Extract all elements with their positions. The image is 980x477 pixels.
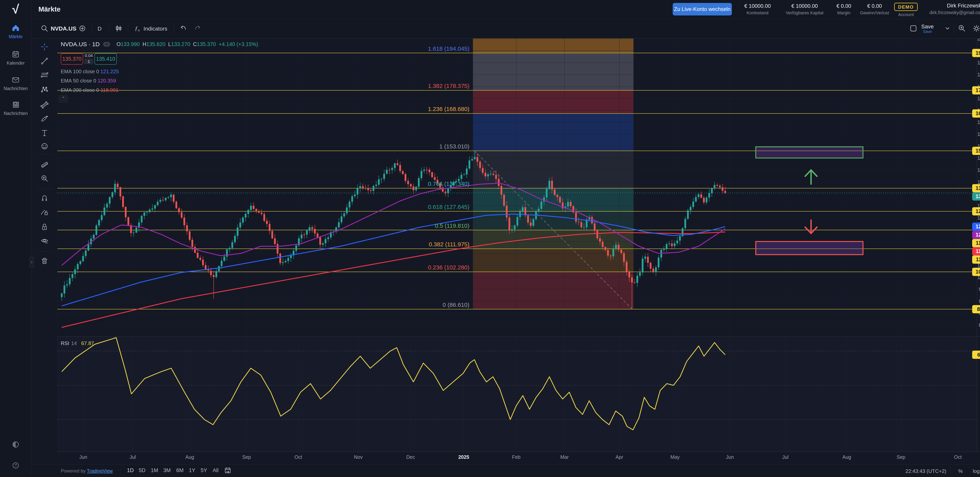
theme-toggle-button[interactable] [0, 440, 31, 450]
multichart-checkbox[interactable] [909, 19, 918, 38]
percent-scale-button[interactable]: % [958, 468, 963, 474]
ema-legend-row[interactable]: EMA 200 close 0 118.991 [61, 87, 118, 94]
tradingview-link[interactable]: TradingView [87, 468, 113, 474]
log-scale-button[interactable]: log [973, 468, 980, 474]
channel-icon[interactable] [40, 100, 49, 109]
svg-text:86.610: 86.610 [977, 306, 980, 312]
switch-to-live-account-button[interactable]: Zu Live-Konto wechseln [673, 3, 732, 16]
svg-text:102.280: 102.280 [975, 269, 980, 275]
redo-button[interactable] [194, 19, 202, 38]
eye-icon[interactable] [40, 237, 49, 246]
price-tick: 95.000 [979, 287, 980, 292]
home-icon [11, 30, 20, 33]
price-chart[interactable]: 1.618 (194.045)1.382 (178.375)1.236 (168… [0, 0, 980, 477]
range-button-all[interactable]: All [210, 467, 221, 474]
quick-search-button[interactable] [958, 19, 966, 38]
account-stat-kontostand: € 10000.00Kontostand [736, 0, 779, 19]
sidebar-item-nachrichten[interactable]: Nachrichten [0, 100, 31, 116]
time-tick: Oct [954, 454, 962, 460]
time-tick: Apr [616, 454, 623, 460]
search-icon [40, 24, 49, 33]
red-target-box[interactable] [756, 241, 863, 255]
goto-date-icon[interactable] [223, 467, 232, 475]
range-button-5y[interactable]: 5Y [198, 467, 210, 474]
top-bar: Märkte Zu Live-Konto wechseln € 10000.00… [31, 0, 980, 19]
contrast-icon [11, 446, 20, 449]
save-autosave-label: Save [921, 29, 934, 34]
price-tick: 165.000 [977, 119, 980, 125]
trash-icon[interactable] [40, 257, 49, 265]
save-menu-chevron[interactable] [943, 19, 952, 38]
chevron-down-icon [943, 24, 952, 33]
zoomin-icon[interactable] [40, 174, 49, 183]
svg-text:153.010: 153.010 [975, 148, 980, 154]
svg-text:?: ? [14, 463, 17, 467]
draw-lock-icon[interactable] [40, 208, 49, 217]
time-axis[interactable]: JunJulAugSepOctNovDec2025FebMarAprMayJun… [80, 454, 962, 460]
svg-text:118.991: 118.991 [976, 248, 980, 254]
ema-legend-row[interactable]: EMA 50 close 0 120.359 [61, 78, 116, 84]
save-button[interactable]: Save Save [921, 19, 934, 38]
interval-button[interactable]: D [98, 19, 102, 38]
time-tick: Aug [842, 454, 851, 460]
sidebar-item-kalender[interactable]: Kalender [0, 50, 31, 66]
lock-icon[interactable] [40, 223, 49, 231]
indicators-button[interactable]: ƒx Indicators [133, 19, 167, 38]
quantity-field[interactable]: 1 [84, 59, 93, 64]
price-tick: 80.000 [979, 322, 980, 328]
range-button-1m[interactable]: 1M [149, 467, 160, 474]
legend-more-icon[interactable] [103, 42, 110, 47]
range-button-6m[interactable]: 6M [174, 467, 186, 474]
crosshair-icon[interactable] [40, 43, 49, 51]
user-name: Dirk Friczewsky [925, 3, 980, 9]
green-target-box[interactable] [756, 147, 863, 158]
help-button[interactable]: ? [0, 461, 31, 471]
panel-expand-handle[interactable]: › [29, 257, 34, 268]
sidebar-item-label: Nachrichten [0, 86, 31, 91]
time-tick: Jul [782, 454, 789, 460]
sell-button[interactable]: 135.370 [61, 53, 83, 65]
svg-text:137.340: 137.340 [975, 185, 980, 191]
hlines-icon[interactable] [40, 71, 49, 80]
sidebar-item-märkte[interactable]: Märkte [0, 24, 31, 40]
smiley-icon[interactable] [40, 142, 49, 151]
spread-value: 0.04 [83, 53, 94, 58]
compare-add-button[interactable] [78, 19, 87, 38]
undo-button[interactable] [179, 19, 188, 38]
chart-toolbar: NVDA.US D ƒx Indicators Save Save [31, 19, 980, 38]
text-icon[interactable] [40, 128, 49, 137]
fib-label: 0.236 (102.280) [428, 264, 469, 271]
svg-text:127.645: 127.645 [975, 208, 980, 214]
brush-icon[interactable] [40, 114, 49, 123]
settings-button[interactable] [972, 19, 980, 38]
legend-symbol-title[interactable]: NVDA.US · 1D [61, 41, 100, 48]
timezone-clock[interactable]: 22:43:43 (UTC+2) [905, 468, 946, 474]
range-button-5d[interactable]: 5D [136, 467, 148, 474]
ema-legend-row[interactable]: EMA 100 close 0 121.225 [61, 68, 119, 75]
buy-button[interactable]: 135.410 [94, 53, 117, 65]
range-button-3m[interactable]: 3M [161, 467, 173, 474]
price-tick: 145.000 [977, 167, 980, 173]
account-stat-verf-gbares-kapital: € 10000.00Verfügbares Kapital [780, 0, 829, 19]
sidebar-item-nachrichten[interactable]: Nachrichten [0, 75, 31, 91]
drawing-toolbar [32, 38, 57, 457]
range-button-1d[interactable]: 1D [124, 467, 136, 474]
symbol-search[interactable]: NVDA.US [40, 19, 76, 38]
stat-value: € 10000.00 [736, 3, 779, 9]
chart-style-button[interactable] [114, 19, 123, 38]
user-email: dirk.friczewsky@gmail.com [925, 10, 980, 15]
calendar-icon [11, 56, 20, 60]
rsi-legend[interactable]: RSI1467.87 [61, 340, 94, 346]
legend-collapse-button[interactable]: ⌃ [59, 95, 68, 102]
trendline-icon[interactable] [40, 57, 49, 65]
fib-label: 1.618 (194.045) [428, 46, 469, 52]
range-button-1y[interactable]: 1Y [186, 467, 198, 474]
xabcd-icon[interactable] [40, 86, 49, 94]
time-tick: Oct [294, 454, 302, 460]
demo-badge: DEMO [894, 3, 918, 11]
fib-label: 1.236 (168.680) [428, 106, 469, 112]
ruler-icon[interactable] [40, 160, 49, 169]
user-info: Dirk Friczewsky dirk.friczewsky@gmail.co… [925, 0, 980, 19]
magnet-icon[interactable] [40, 194, 49, 203]
price-tick: 140.000 [977, 179, 980, 185]
